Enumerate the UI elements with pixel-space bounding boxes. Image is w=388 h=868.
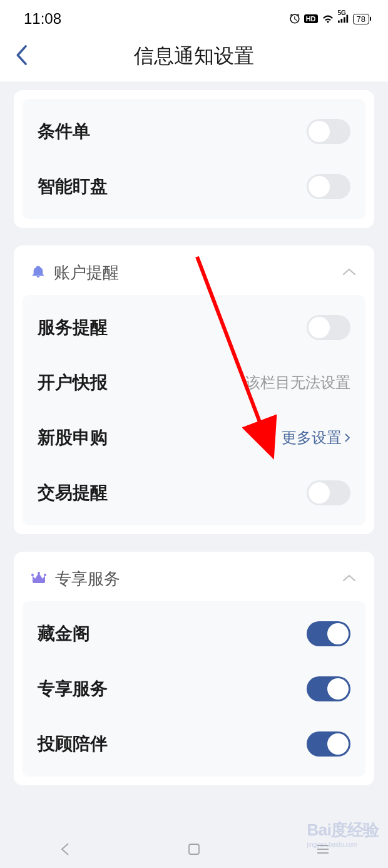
page-header: 信息通知设置 — [0, 31, 388, 81]
card-account-alerts: 账户提醒 服务提醒 开户快报 该栏目无法设置 新股申购 更多设置 — [14, 245, 374, 534]
row-exclusive-service: 专享服务 — [23, 661, 365, 716]
watermark-sub: jingyan.baidu.com — [307, 841, 379, 848]
chevron-up-icon — [342, 267, 357, 279]
more-settings-link[interactable]: 更多设置 — [282, 428, 350, 448]
row-label: 开户快报 — [38, 371, 108, 395]
row-label: 新股申购 — [38, 426, 108, 450]
row-label: 专享服务 — [38, 677, 108, 701]
section-body-account: 服务提醒 开户快报 该栏目无法设置 新股申购 更多设置 交易提醒 — [23, 295, 365, 525]
row-account-news: 开户快报 该栏目无法设置 — [23, 355, 365, 410]
row-label: 藏金阁 — [38, 622, 90, 646]
svg-rect-9 — [189, 844, 199, 854]
watermark-main: Bai度经验 — [307, 819, 379, 841]
svg-point-5 — [38, 572, 40, 574]
hd-icon: HD — [304, 14, 318, 23]
chevron-up-icon — [342, 573, 357, 586]
toggle-service-alert[interactable] — [307, 315, 350, 340]
svg-rect-3 — [346, 15, 348, 23]
card-general-body: 条件单 智能盯盘 — [23, 99, 365, 219]
toggle-smart-watch[interactable] — [307, 174, 350, 199]
section-header-exclusive[interactable]: 专享服务 — [14, 552, 374, 601]
card-exclusive-service: 专享服务 藏金阁 专享服务 投顾陪伴 — [14, 552, 374, 785]
svg-point-4 — [31, 574, 34, 576]
row-conditional-order: 条件单 — [23, 104, 365, 159]
row-advisor: 投顾陪伴 — [23, 716, 365, 772]
row-service-alert: 服务提醒 — [23, 300, 365, 355]
toggle-advisor[interactable] — [307, 731, 350, 757]
status-time: 11:08 — [24, 10, 61, 28]
svg-rect-0 — [338, 21, 340, 23]
toggle-conditional-order[interactable] — [307, 119, 350, 144]
status-bar: 11:08 HD 5G 78 — [0, 0, 388, 31]
status-indicators: HD 5G 78 — [289, 13, 369, 24]
nav-back-button[interactable] — [58, 842, 73, 859]
section-header-account[interactable]: 账户提醒 — [14, 245, 374, 295]
page-title: 信息通知设置 — [0, 43, 388, 70]
row-label: 智能盯盘 — [38, 175, 108, 199]
toggle-exclusive-service[interactable] — [307, 676, 350, 701]
card-general: 条件单 智能盯盘 — [14, 90, 374, 228]
section-title: 专享服务 — [55, 568, 120, 590]
watermark: Bai度经验 jingyan.baidu.com — [307, 819, 379, 848]
row-label: 服务提醒 — [38, 316, 108, 339]
disabled-text: 该栏目无法设置 — [245, 373, 350, 393]
row-trade-alert: 交易提醒 — [23, 465, 365, 520]
svg-rect-2 — [344, 17, 345, 23]
row-label: 投顾陪伴 — [38, 732, 108, 756]
row-label: 条件单 — [38, 120, 90, 143]
row-label: 交易提醒 — [38, 481, 108, 505]
svg-rect-1 — [340, 19, 342, 23]
section-title: 账户提醒 — [54, 262, 119, 284]
row-cangjinge: 藏金阁 — [23, 606, 365, 661]
row-new-stock: 新股申购 更多设置 — [23, 410, 365, 465]
row-smart-watch: 智能盯盘 — [23, 159, 365, 214]
alarm-icon — [289, 13, 300, 24]
bell-icon — [31, 265, 45, 281]
link-text: 更多设置 — [282, 428, 342, 448]
section-body-exclusive: 藏金阁 专享服务 投顾陪伴 — [23, 601, 365, 777]
battery-icon: 78 — [353, 14, 369, 24]
back-button[interactable] — [15, 44, 28, 68]
toggle-trade-alert[interactable] — [307, 480, 350, 505]
nav-home-button[interactable] — [187, 842, 201, 859]
content-area: 条件单 智能盯盘 账户提醒 服务提醒 开户快报 — [0, 90, 388, 785]
crown-icon — [31, 572, 46, 587]
signal-5g-icon: 5G — [338, 14, 349, 23]
wifi-icon — [322, 14, 334, 24]
chevron-right-icon — [344, 433, 350, 443]
svg-point-6 — [44, 574, 46, 576]
toggle-cangjinge[interactable] — [307, 621, 350, 646]
